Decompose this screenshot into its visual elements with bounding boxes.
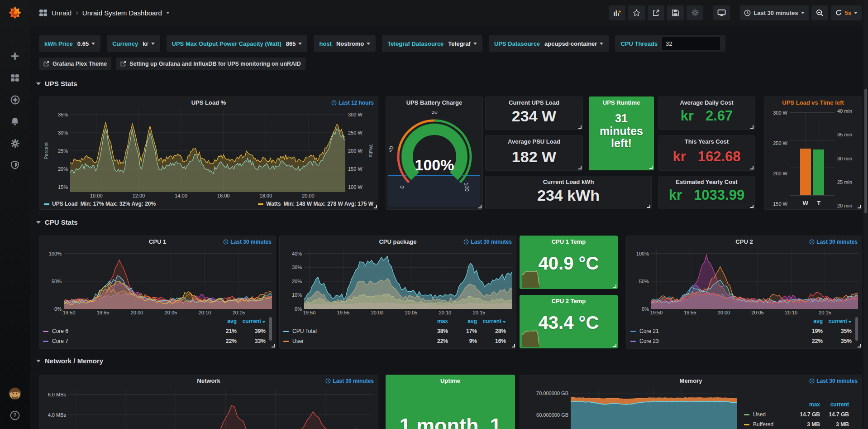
panel-title[interactable]: Network — [197, 378, 220, 384]
panel-time-range[interactable]: Last 30 minutes — [809, 378, 858, 384]
panel-this-years-cost[interactable]: This Years Cost kr162.68 — [658, 135, 755, 171]
legend-sort-header[interactable]: avg — [448, 318, 477, 324]
panel-cpu2-graph[interactable]: CPU 2Last 30 minutes100%50%0%19:5019:552… — [626, 236, 862, 349]
legend-series-name[interactable]: Core 21 — [630, 328, 794, 334]
panel-ups-load-graph[interactable]: UPS Load %Last 12 hoursPercent35%30%25%2… — [39, 96, 378, 210]
resize-handle[interactable] — [647, 205, 650, 208]
panel-current-ups-load[interactable]: Current UPS Load 234 W — [485, 96, 583, 130]
panel-title[interactable]: UPS Runtime — [603, 100, 640, 106]
resize-handle[interactable] — [272, 344, 275, 347]
panel-title[interactable]: Average PSU Load — [508, 139, 560, 145]
time-range-picker[interactable]: Last 30 minutes — [740, 5, 808, 20]
save-button[interactable] — [667, 5, 684, 20]
panel-time-range[interactable]: Last 30 minutes — [223, 239, 272, 245]
panel-current-load-kwh[interactable]: Current Load kWh 234 kWh — [485, 176, 652, 209]
panel-estimated-yearly-cost[interactable]: Estimated Yearly Cost kr1033.99 — [658, 176, 755, 209]
sidebar-item-dashboards[interactable] — [0, 67, 30, 89]
legend-series-name[interactable]: Core 7 — [43, 338, 208, 344]
panel-title[interactable]: CPU 1 — [149, 239, 166, 245]
panel-cpu1-temp[interactable]: CPU 1 Temp 40.9 °C — [520, 236, 618, 289]
resize-handle[interactable] — [374, 205, 377, 208]
panel-time-range[interactable]: Last 30 minutes — [463, 239, 512, 245]
panel-time-range[interactable]: Last 12 hours — [331, 100, 374, 106]
panel-title[interactable]: UPS Load % — [191, 100, 226, 106]
panel-title[interactable]: Current UPS Load — [509, 100, 559, 106]
dashboard-settings-button[interactable] — [687, 5, 703, 20]
panel-ups-load-vs-time-left[interactable]: UPS Load vs Time left300 W250 W200 W150 … — [764, 96, 862, 210]
add-panel-button[interactable] — [609, 5, 625, 20]
variable-cpu-threads[interactable]: CPU Threads 32 — [615, 35, 725, 52]
legend-series-name[interactable]: User — [283, 338, 419, 344]
resize-handle[interactable] — [613, 284, 616, 288]
legend-series[interactable]: WattsMin: 148 W Max: 278 W Avg: 175 W — [258, 201, 373, 207]
variable-currency[interactable]: Currency kr — [107, 35, 160, 52]
plot-area[interactable] — [64, 249, 272, 309]
breadcrumb-folder[interactable]: Unraid — [52, 9, 72, 17]
plot-area[interactable] — [68, 388, 374, 429]
legend-sort-header[interactable]: current — [823, 318, 852, 324]
legend-sort-header[interactable]: avg — [208, 318, 237, 324]
plot-area[interactable] — [571, 388, 737, 429]
panel-title[interactable]: Average Daily Cost — [680, 100, 733, 106]
legend-sort-header[interactable]: max — [791, 401, 820, 408]
variable-ups-max-output[interactable]: UPS Max Output Power Capacity (Watt) 865 — [167, 35, 308, 52]
resize-handle[interactable] — [858, 205, 861, 208]
section-ups-stats[interactable]: UPS Stats — [36, 80, 77, 87]
panel-time-range[interactable]: Last 30 minutes — [809, 239, 858, 245]
legend-sort-header[interactable]: avg — [794, 318, 823, 324]
breadcrumb-dashboard-title[interactable]: Unraid System Dashboard — [82, 9, 162, 17]
panel-cpu-package-graph[interactable]: CPU packageLast 30 minutes40%30%20%10%0%… — [279, 236, 516, 349]
zoom-out-button[interactable] — [811, 5, 828, 20]
panel-title[interactable]: Uptime — [440, 378, 460, 384]
plot-area[interactable] — [304, 249, 512, 309]
panel-uptime[interactable]: Uptime 1 month, 1 — [386, 375, 515, 429]
plot-area[interactable] — [70, 110, 345, 192]
panel-title[interactable]: CPU 2 Temp — [552, 298, 586, 304]
resize-handle[interactable] — [578, 166, 582, 169]
resize-handle[interactable] — [750, 166, 754, 169]
legend-series-name[interactable]: Used — [744, 411, 791, 418]
panel-cpu2-temp[interactable]: CPU 2 Temp 43.4 °C — [520, 295, 618, 348]
resize-handle[interactable] — [512, 344, 515, 347]
bar-W[interactable] — [800, 149, 811, 195]
chevron-down-icon[interactable] — [166, 12, 170, 14]
plot-area[interactable]: WT — [790, 110, 835, 198]
plot-area[interactable] — [651, 249, 858, 309]
share-button[interactable] — [648, 5, 664, 20]
resize-handle[interactable] — [858, 344, 861, 347]
legend-sort-header[interactable]: max — [419, 318, 448, 324]
scrollbar-thumb[interactable] — [864, 89, 867, 213]
panel-ups-battery-charge[interactable]: UPS Battery Charge02050100100% — [386, 96, 483, 210]
sidebar-item-create[interactable] — [0, 45, 30, 67]
legend-series-name[interactable]: CPU Total — [283, 328, 419, 334]
resize-handle[interactable] — [750, 125, 754, 129]
panel-title[interactable]: UPS Battery Charge — [406, 100, 463, 106]
cpu-threads-input[interactable]: 32 — [662, 37, 720, 50]
resize-handle[interactable] — [649, 166, 653, 169]
panel-average-psu-load[interactable]: Average PSU Load 182 W — [485, 135, 583, 171]
panel-title[interactable]: UPS Load vs Time left — [782, 100, 844, 106]
variable-ups-datasource[interactable]: UPS Datasource apcupsd-container — [489, 35, 609, 52]
variable-kwh-price[interactable]: kWh Price 0.65 — [39, 35, 100, 52]
sidebar-item-profile[interactable] — [0, 383, 30, 405]
panel-title[interactable]: CPU 2 — [735, 239, 753, 245]
link-grafana-plex-theme[interactable]: Grafana Plex Theme — [39, 58, 111, 70]
panel-memory-graph[interactable]: MemoryLast 30 minutes70.000000 GB60.0000… — [520, 375, 862, 429]
panel-time-range[interactable]: Last 30 minutes — [325, 378, 374, 384]
sidebar-item-configuration[interactable] — [0, 132, 30, 154]
legend-scrollbar[interactable] — [855, 317, 858, 341]
variable-telegraf-datasource[interactable]: Telegraf Datasource Telegraf — [382, 35, 482, 52]
legend-series[interactable]: UPS LoadMin: 17% Max: 32% Avg: 20% — [44, 201, 156, 207]
legend-scrollbar[interactable] — [269, 317, 272, 341]
panel-average-daily-cost[interactable]: Average Daily Cost kr2.67 — [658, 96, 755, 130]
cycle-view-mode-button[interactable] — [713, 5, 730, 20]
grid-icon[interactable] — [39, 9, 48, 17]
page-scrollbar[interactable] — [863, 0, 868, 429]
bar-T[interactable] — [813, 149, 824, 195]
legend-series-name[interactable]: Core 23 — [630, 338, 794, 344]
resize-handle[interactable] — [613, 344, 616, 347]
panel-ups-runtime[interactable]: UPS Runtime 31 minutes left! — [589, 96, 654, 170]
panel-title[interactable]: CPU 1 Temp — [552, 239, 586, 245]
resize-handle[interactable] — [478, 205, 482, 208]
sidebar-item-server-admin[interactable] — [0, 154, 30, 176]
